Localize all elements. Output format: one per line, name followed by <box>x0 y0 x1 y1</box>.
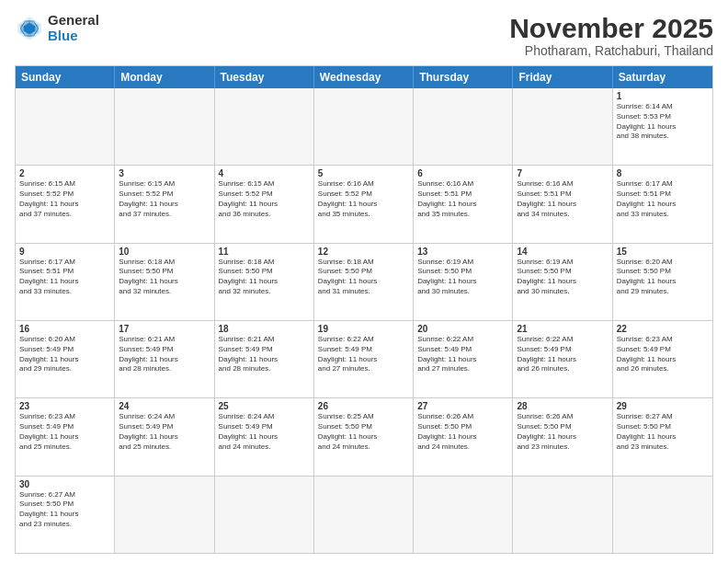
cell-sun-info: Sunrise: 6:22 AM Sunset: 5:49 PM Dayligh… <box>417 335 508 374</box>
cal-cell-day-8: 8Sunrise: 6:17 AM Sunset: 5:51 PM Daylig… <box>613 166 712 242</box>
cell-sun-info: Sunrise: 6:19 AM Sunset: 5:50 PM Dayligh… <box>417 258 508 297</box>
cell-sun-info: Sunrise: 6:22 AM Sunset: 5:49 PM Dayligh… <box>318 335 409 374</box>
cal-cell-day-21: 21Sunrise: 6:22 AM Sunset: 5:49 PM Dayli… <box>513 321 612 397</box>
day-number: 8 <box>617 168 709 178</box>
month-title: November 2025 <box>509 13 713 43</box>
location-subtitle: Photharam, Ratchaburi, Thailand <box>509 43 713 58</box>
cell-sun-info: Sunrise: 6:26 AM Sunset: 5:50 PM Dayligh… <box>517 412 608 452</box>
cell-sun-info: Sunrise: 6:26 AM Sunset: 5:50 PM Dayligh… <box>417 412 508 452</box>
day-number: 1 <box>617 91 709 101</box>
cal-cell-day-4: 4Sunrise: 6:15 AM Sunset: 5:52 PM Daylig… <box>215 166 314 242</box>
cal-cell-day-11: 11Sunrise: 6:18 AM Sunset: 5:50 PM Dayli… <box>215 244 314 320</box>
weekday-header-wednesday: Wednesday <box>314 66 414 88</box>
cell-sun-info: Sunrise: 6:15 AM Sunset: 5:52 PM Dayligh… <box>19 179 110 219</box>
logo-icon <box>15 14 44 43</box>
cell-sun-info: Sunrise: 6:27 AM Sunset: 5:50 PM Dayligh… <box>617 412 709 452</box>
cell-sun-info: Sunrise: 6:24 AM Sunset: 5:49 PM Dayligh… <box>119 412 210 452</box>
cal-cell-day-18: 18Sunrise: 6:21 AM Sunset: 5:49 PM Dayli… <box>215 321 314 397</box>
cal-cell-day-17: 17Sunrise: 6:21 AM Sunset: 5:49 PM Dayli… <box>115 321 214 397</box>
cell-sun-info: Sunrise: 6:21 AM Sunset: 5:49 PM Dayligh… <box>119 335 210 374</box>
day-number: 22 <box>617 324 709 334</box>
calendar-header: SundayMondayTuesdayWednesdayThursdayFrid… <box>16 66 712 88</box>
calendar-row-2: 9Sunrise: 6:17 AM Sunset: 5:51 PM Daylig… <box>16 243 712 320</box>
day-number: 13 <box>417 247 508 257</box>
cell-sun-info: Sunrise: 6:18 AM Sunset: 5:50 PM Dayligh… <box>219 258 310 297</box>
cal-cell-day-24: 24Sunrise: 6:24 AM Sunset: 5:49 PM Dayli… <box>115 398 214 475</box>
calendar-row-4: 23Sunrise: 6:23 AM Sunset: 5:49 PM Dayli… <box>16 397 712 475</box>
cell-sun-info: Sunrise: 6:19 AM Sunset: 5:50 PM Dayligh… <box>517 258 608 297</box>
cal-cell-day-1: 1Sunrise: 6:14 AM Sunset: 5:53 PM Daylig… <box>613 88 712 165</box>
cal-cell-day-19: 19Sunrise: 6:22 AM Sunset: 5:49 PM Dayli… <box>314 321 414 397</box>
cal-cell-day-27: 27Sunrise: 6:26 AM Sunset: 5:50 PM Dayli… <box>414 398 513 475</box>
cal-cell-empty <box>314 88 414 165</box>
cell-sun-info: Sunrise: 6:20 AM Sunset: 5:50 PM Dayligh… <box>617 258 709 297</box>
cal-cell-day-10: 10Sunrise: 6:18 AM Sunset: 5:50 PM Dayli… <box>115 244 214 320</box>
calendar-row-1: 2Sunrise: 6:15 AM Sunset: 5:52 PM Daylig… <box>16 165 712 242</box>
day-number: 7 <box>517 168 608 178</box>
day-number: 28 <box>517 401 608 411</box>
day-number: 25 <box>219 401 310 411</box>
day-number: 4 <box>219 168 310 178</box>
logo-text: General Blue <box>48 13 99 43</box>
day-number: 19 <box>318 324 409 334</box>
cal-cell-day-2: 2Sunrise: 6:15 AM Sunset: 5:52 PM Daylig… <box>16 166 115 242</box>
day-number: 23 <box>19 401 110 411</box>
cal-cell-day-14: 14Sunrise: 6:19 AM Sunset: 5:50 PM Dayli… <box>513 244 612 320</box>
cal-cell-day-22: 22Sunrise: 6:23 AM Sunset: 5:49 PM Dayli… <box>613 321 712 397</box>
cal-cell-empty <box>414 477 513 553</box>
cal-cell-day-25: 25Sunrise: 6:24 AM Sunset: 5:49 PM Dayli… <box>215 398 314 475</box>
cal-cell-day-28: 28Sunrise: 6:26 AM Sunset: 5:50 PM Dayli… <box>513 398 612 475</box>
cal-cell-day-7: 7Sunrise: 6:16 AM Sunset: 5:51 PM Daylig… <box>513 166 612 242</box>
cell-sun-info: Sunrise: 6:16 AM Sunset: 5:51 PM Dayligh… <box>517 179 608 219</box>
cell-sun-info: Sunrise: 6:23 AM Sunset: 5:49 PM Dayligh… <box>19 412 110 452</box>
day-number: 5 <box>318 168 409 178</box>
cal-cell-day-30: 30Sunrise: 6:27 AM Sunset: 5:50 PM Dayli… <box>16 477 115 553</box>
cal-cell-day-23: 23Sunrise: 6:23 AM Sunset: 5:49 PM Dayli… <box>16 398 115 475</box>
weekday-header-sunday: Sunday <box>16 66 115 88</box>
day-number: 15 <box>617 247 709 257</box>
cal-cell-empty <box>613 477 712 553</box>
day-number: 16 <box>19 324 110 334</box>
day-number: 11 <box>219 247 310 257</box>
cal-cell-day-12: 12Sunrise: 6:18 AM Sunset: 5:50 PM Dayli… <box>314 244 414 320</box>
day-number: 9 <box>19 247 110 257</box>
page: General Blue November 2025 Photharam, Ra… <box>0 0 728 563</box>
calendar-row-5: 30Sunrise: 6:27 AM Sunset: 5:50 PM Dayli… <box>16 476 712 553</box>
cell-sun-info: Sunrise: 6:15 AM Sunset: 5:52 PM Dayligh… <box>119 179 210 219</box>
cell-sun-info: Sunrise: 6:16 AM Sunset: 5:51 PM Dayligh… <box>417 179 508 219</box>
day-number: 26 <box>318 401 409 411</box>
cell-sun-info: Sunrise: 6:20 AM Sunset: 5:49 PM Dayligh… <box>19 335 110 374</box>
day-number: 30 <box>19 479 110 489</box>
header: General Blue November 2025 Photharam, Ra… <box>15 13 713 58</box>
weekday-header-monday: Monday <box>115 66 214 88</box>
weekday-header-saturday: Saturday <box>613 66 712 88</box>
cal-cell-empty <box>513 88 612 165</box>
day-number: 3 <box>119 168 210 178</box>
cell-sun-info: Sunrise: 6:16 AM Sunset: 5:52 PM Dayligh… <box>318 179 409 219</box>
cell-sun-info: Sunrise: 6:14 AM Sunset: 5:53 PM Dayligh… <box>617 102 709 142</box>
cell-sun-info: Sunrise: 6:18 AM Sunset: 5:50 PM Dayligh… <box>119 258 210 297</box>
calendar: SundayMondayTuesdayWednesdayThursdayFrid… <box>15 65 713 554</box>
cal-cell-day-13: 13Sunrise: 6:19 AM Sunset: 5:50 PM Dayli… <box>414 244 513 320</box>
cal-cell-day-5: 5Sunrise: 6:16 AM Sunset: 5:52 PM Daylig… <box>314 166 414 242</box>
weekday-header-friday: Friday <box>513 66 612 88</box>
day-number: 29 <box>617 401 709 411</box>
logo: General Blue <box>15 13 99 43</box>
day-number: 17 <box>119 324 210 334</box>
cal-cell-day-3: 3Sunrise: 6:15 AM Sunset: 5:52 PM Daylig… <box>115 166 214 242</box>
day-number: 18 <box>219 324 310 334</box>
cal-cell-empty <box>314 477 414 553</box>
cal-cell-day-26: 26Sunrise: 6:25 AM Sunset: 5:50 PM Dayli… <box>314 398 414 475</box>
cal-cell-empty <box>215 477 314 553</box>
cal-cell-empty <box>513 477 612 553</box>
day-number: 21 <box>517 324 608 334</box>
day-number: 24 <box>119 401 210 411</box>
cell-sun-info: Sunrise: 6:21 AM Sunset: 5:49 PM Dayligh… <box>219 335 310 374</box>
day-number: 14 <box>517 247 608 257</box>
day-number: 2 <box>19 168 110 178</box>
cell-sun-info: Sunrise: 6:18 AM Sunset: 5:50 PM Dayligh… <box>318 258 409 297</box>
title-block: November 2025 Photharam, Ratchaburi, Tha… <box>509 13 713 58</box>
calendar-row-0: 1Sunrise: 6:14 AM Sunset: 5:53 PM Daylig… <box>16 88 712 165</box>
cell-sun-info: Sunrise: 6:27 AM Sunset: 5:50 PM Dayligh… <box>19 490 110 530</box>
cell-sun-info: Sunrise: 6:22 AM Sunset: 5:49 PM Dayligh… <box>517 335 608 374</box>
